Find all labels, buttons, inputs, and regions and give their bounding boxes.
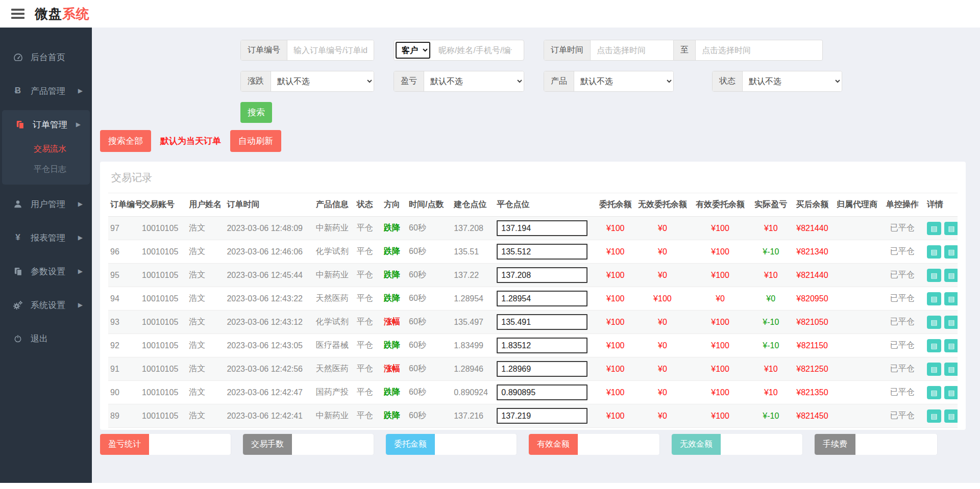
product-select[interactable]: 默认不选 bbox=[574, 71, 673, 91]
app-logo: 微盘系统 bbox=[35, 5, 90, 23]
close-price-input[interactable] bbox=[497, 291, 587, 306]
cell-user-name: 浩文 bbox=[187, 311, 225, 334]
search-button[interactable]: 搜索 bbox=[240, 102, 272, 123]
auto-refresh-button[interactable]: 自动刷新 bbox=[230, 130, 281, 152]
close-price-input[interactable] bbox=[497, 244, 587, 260]
detail-button[interactable]: ▤ bbox=[927, 269, 941, 282]
sidebar-item-orders[interactable]: 订单管理 ▶ bbox=[2, 110, 90, 139]
cell-after-balance: ¥821350 bbox=[790, 381, 834, 404]
time-from-input[interactable] bbox=[591, 40, 672, 60]
detail-button[interactable]: ▤ bbox=[944, 386, 958, 399]
close-price-input[interactable] bbox=[497, 384, 587, 400]
stat-value-input[interactable] bbox=[855, 434, 937, 455]
detail-button[interactable]: ▤ bbox=[944, 316, 958, 329]
stat-value-input[interactable] bbox=[578, 434, 659, 455]
stat-value-input[interactable] bbox=[292, 434, 374, 455]
cell-actual-profit: ¥-10 bbox=[751, 311, 790, 334]
customer-input[interactable] bbox=[432, 40, 518, 60]
cell-order-time: 2023-03-06 12:42:56 bbox=[225, 357, 313, 381]
customer-group: 客户 bbox=[394, 40, 524, 61]
sidebar-subitem-close-log[interactable]: 平仓日志 bbox=[2, 159, 90, 179]
detail-button[interactable]: ▤ bbox=[927, 316, 941, 329]
cell-product: 天然医药 bbox=[314, 287, 355, 311]
sidebar-item-logout[interactable]: 退出 bbox=[0, 324, 92, 353]
cell-control: 已平仓 bbox=[880, 217, 925, 240]
cell-after-balance: ¥821440 bbox=[790, 217, 834, 240]
search-all-button[interactable]: 搜索全部 bbox=[100, 130, 151, 152]
menu-toggle-icon[interactable] bbox=[11, 9, 24, 19]
detail-button[interactable]: ▤ bbox=[944, 222, 958, 235]
stat-value-input[interactable] bbox=[149, 434, 231, 455]
close-price-input[interactable] bbox=[497, 267, 587, 283]
sidebar-item-label: 退出 bbox=[31, 333, 48, 345]
close-price-input[interactable] bbox=[497, 220, 587, 236]
column-header: 状态 bbox=[355, 193, 382, 217]
cell-product: 国药产投 bbox=[314, 381, 355, 404]
cell-entrust-balance: ¥100 bbox=[595, 217, 636, 240]
detail-button[interactable]: ▤ bbox=[927, 245, 941, 259]
sidebar-item-params[interactable]: 参数设置 ▶ bbox=[0, 257, 92, 286]
stat-label: 有效金额 bbox=[529, 434, 578, 455]
cell-valid-entrust: ¥100 bbox=[689, 404, 751, 428]
sidebar-item-label: 用户管理 bbox=[31, 198, 65, 210]
detail-button[interactable]: ▤ bbox=[927, 339, 941, 352]
cell-after-balance: ¥820950 bbox=[790, 287, 834, 311]
column-header: 建仓点位 bbox=[452, 193, 495, 217]
sidebar-item-label: 产品管理 bbox=[31, 85, 65, 97]
close-price-input[interactable] bbox=[497, 314, 587, 330]
cell-entrust-balance: ¥100 bbox=[595, 357, 636, 381]
cell-account: 10010105 bbox=[140, 217, 187, 240]
close-price-input[interactable] bbox=[497, 361, 587, 377]
cell-direction: 跌降 bbox=[382, 240, 407, 264]
cell-agent bbox=[834, 404, 879, 428]
cell-period: 60秒 bbox=[407, 381, 452, 404]
stat-group: 无效金额 bbox=[672, 434, 802, 455]
profit-select[interactable]: 默认不选 bbox=[424, 71, 524, 91]
sidebar: 后台首页 Ƀ 产品管理 ▶ 订单管理 ▶ 交易流水 平仓日志 用户管理 bbox=[0, 28, 92, 483]
cell-close-point bbox=[495, 240, 595, 264]
cell-entrust-balance: ¥100 bbox=[595, 381, 636, 404]
detail-button[interactable]: ▤ bbox=[944, 409, 958, 423]
column-header: 有效委托余额 bbox=[689, 193, 751, 217]
sidebar-item-system[interactable]: 系统设置 ▶ bbox=[0, 291, 92, 319]
cell-direction: 涨幅 bbox=[382, 357, 407, 381]
order-no-input[interactable] bbox=[287, 40, 374, 60]
stat-value-input[interactable] bbox=[435, 434, 517, 455]
detail-button[interactable]: ▤ bbox=[944, 269, 958, 282]
dashboard-icon bbox=[12, 52, 23, 62]
status-label: 状态 bbox=[713, 71, 743, 91]
detail-button[interactable]: ▤ bbox=[927, 222, 941, 235]
customer-type-select[interactable]: 客户 bbox=[396, 42, 430, 59]
detail-button[interactable]: ▤ bbox=[944, 292, 958, 305]
detail-button[interactable]: ▤ bbox=[944, 339, 958, 352]
detail-button[interactable]: ▤ bbox=[944, 363, 958, 376]
cell-order-time: 2023-03-06 12:45:44 bbox=[225, 264, 313, 287]
cell-order-time: 2023-03-06 12:48:09 bbox=[225, 217, 313, 240]
sidebar-item-dashboard[interactable]: 后台首页 bbox=[0, 43, 92, 71]
detail-button[interactable]: ▤ bbox=[927, 409, 941, 423]
cell-invalid-entrust: ¥0 bbox=[636, 334, 689, 357]
cell-actual-profit: ¥10 bbox=[751, 357, 790, 381]
sidebar-item-reports[interactable]: ¥ 报表管理 ▶ bbox=[0, 223, 92, 252]
yen-icon: ¥ bbox=[12, 233, 23, 243]
detail-button[interactable]: ▤ bbox=[927, 292, 941, 305]
detail-button[interactable]: ▤ bbox=[927, 363, 941, 376]
status-select[interactable]: 默认不选 bbox=[743, 71, 842, 91]
table-row: 9110010105浩文2023-03-06 12:42:56天然医药平仓涨幅6… bbox=[108, 357, 958, 381]
time-to-input[interactable] bbox=[696, 40, 822, 60]
sidebar-item-products[interactable]: Ƀ 产品管理 ▶ bbox=[0, 76, 92, 105]
cell-valid-entrust: ¥100 bbox=[689, 264, 751, 287]
close-price-input[interactable] bbox=[497, 338, 587, 353]
close-price-input[interactable] bbox=[497, 408, 587, 424]
stat-label: 无效金额 bbox=[672, 434, 721, 455]
cell-order-time: 2023-03-06 12:43:12 bbox=[225, 311, 313, 334]
sidebar-item-users[interactable]: 用户管理 ▶ bbox=[0, 190, 92, 218]
stat-value-input[interactable] bbox=[721, 434, 802, 455]
cell-actual-profit: ¥-10 bbox=[751, 240, 790, 264]
detail-button[interactable]: ▤ bbox=[944, 245, 958, 259]
cell-account: 10010105 bbox=[140, 287, 187, 311]
sidebar-subitem-trade-flow[interactable]: 交易流水 bbox=[2, 139, 90, 159]
detail-button[interactable]: ▤ bbox=[927, 386, 941, 399]
updown-select[interactable]: 默认不选 bbox=[271, 71, 374, 91]
column-header: 实际盈亏 bbox=[751, 193, 790, 217]
